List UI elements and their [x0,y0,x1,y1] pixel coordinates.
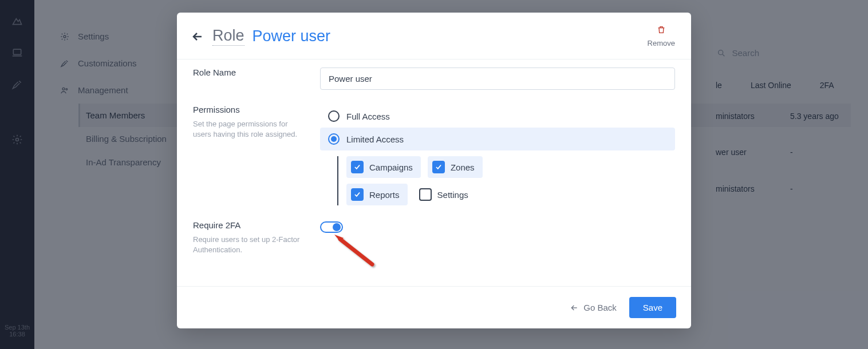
toggle-knob [333,223,341,231]
perm-settings[interactable]: Settings [415,184,476,205]
radio-limited-access[interactable]: Limited Access [320,128,675,150]
require-2fa-label: Require 2FA [193,220,320,230]
perm-label: Campaigns [369,162,413,172]
radio-label: Full Access [346,112,390,121]
permissions-label: Permissions [193,105,320,114]
save-button[interactable]: Save [629,297,676,318]
require-2fa-toggle[interactable] [320,221,343,233]
perm-label: Zones [451,162,475,172]
radio-full-access[interactable]: Full Access [320,105,675,128]
checkbox-icon [351,161,364,173]
perm-label: Reports [369,190,400,200]
perm-zones[interactable]: Zones [428,156,483,178]
remove-button[interactable]: Remove [648,25,675,47]
checkbox-icon [432,161,445,173]
remove-label: Remove [648,39,675,47]
perm-campaigns[interactable]: Campaigns [346,156,421,178]
role-name-input[interactable] [320,68,675,90]
breadcrumb-role-name: Power user [252,27,331,45]
perm-label: Settings [437,190,468,200]
checkbox-icon [351,188,364,201]
modal-footer: Go Back Save [177,286,691,328]
radio-label: Limited Access [346,134,404,144]
go-back-button[interactable]: Go Back [570,303,617,312]
checkbox-icon [419,188,432,201]
permissions-grid: Campaigns Zones Reports [337,156,509,205]
go-back-label: Go Back [583,303,617,312]
arrow-left-icon [570,303,579,312]
require-2fa-hint: Require users to set up 2-Factor Authent… [193,235,307,255]
modal-overlay: Role Power user Remove Role Name [0,0,868,349]
back-arrow-icon[interactable] [190,29,206,45]
role-name-label: Role Name [193,68,320,77]
modal-header: Role Power user Remove [177,13,691,60]
breadcrumb-role[interactable]: Role [212,27,244,46]
role-modal: Role Power user Remove Role Name [177,13,691,328]
trash-icon [648,25,675,37]
perm-reports[interactable]: Reports [346,184,408,205]
radio-icon [328,110,340,122]
permissions-hint: Set the page permissions for users havin… [193,119,307,140]
radio-icon [328,133,340,145]
